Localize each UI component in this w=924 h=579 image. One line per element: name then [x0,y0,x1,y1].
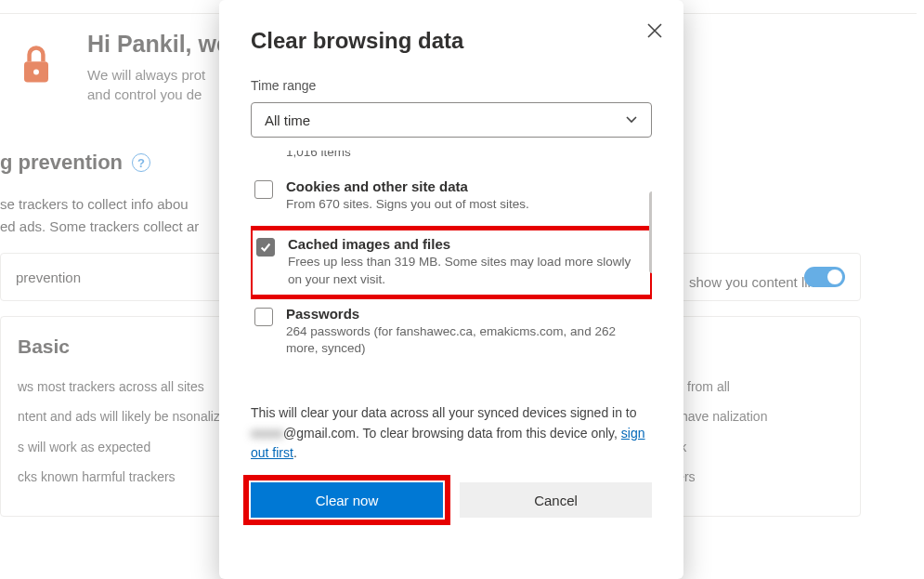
dialog-title: Clear browsing data [251,28,652,54]
clear-options-list: Download history 1,016 items Cookies and… [251,151,652,394]
cancel-button[interactable]: Cancel [460,482,652,518]
checkbox-cached-images[interactable] [256,238,275,257]
close-icon[interactable] [646,22,663,43]
checkbox-cookies[interactable] [254,180,273,199]
clear-now-button[interactable]: Clear now [251,482,443,518]
time-range-select[interactable]: All time [251,102,652,138]
sync-note: This will clear your data across all you… [251,403,652,464]
time-range-value: All time [265,112,310,128]
tracking-prevention-toggle[interactable] [804,267,845,287]
help-icon[interactable]: ? [132,153,150,172]
scrollbar-thumb[interactable] [649,191,652,273]
greeting-title: Hi Pankil, we [87,31,229,58]
chevron-down-icon [625,112,638,128]
checkbox-passwords[interactable] [254,308,273,326]
clear-browsing-data-dialog: Clear browsing data Time range All time … [219,0,683,579]
section-title: g prevention [0,151,123,175]
time-range-label: Time range [251,78,652,93]
option-cookies[interactable]: Cookies and other site data From 670 sit… [251,177,652,221]
lock-icon [7,36,65,94]
svg-rect-0 [24,61,48,82]
option-passwords[interactable]: Passwords 264 passwords (for fanshawec.c… [251,304,652,366]
option-cached-images[interactable]: Cached images and files Frees up less th… [251,229,652,296]
option-download-history[interactable]: Download history 1,016 items [251,151,652,169]
svg-point-1 [33,69,39,74]
